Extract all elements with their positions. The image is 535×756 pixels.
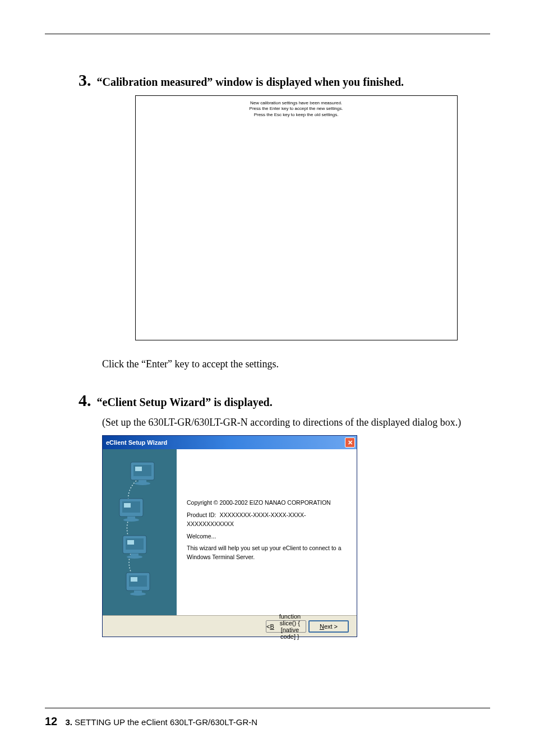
close-icon[interactable]: ✕ xyxy=(345,437,355,448)
calibration-text: New calibration settings have been measu… xyxy=(136,100,457,118)
product-id-label: Product ID: xyxy=(187,511,216,518)
svg-point-19 xyxy=(130,592,146,596)
step-3: 3. “Calibration measured” window is disp… xyxy=(79,71,490,371)
svg-rect-2 xyxy=(135,467,142,471)
svg-rect-17 xyxy=(131,577,137,582)
step-3-title: “Calibration measured” window is display… xyxy=(97,76,404,89)
wizard-content: Copyright © 2000-2002 EIZO NANAO CORPORA… xyxy=(177,449,357,615)
svg-rect-12 xyxy=(127,540,134,545)
step-4-title: “eClient Setup Wizard” is displayed. xyxy=(97,396,273,409)
calib-line-3: Press the Esc key to keep the old settin… xyxy=(136,112,457,118)
step-4-description: (Set up the 630LT-GR/630LT-GR-N accordin… xyxy=(102,416,490,430)
svg-point-9 xyxy=(123,518,139,522)
help-text: This wizard will help you set up your eC… xyxy=(187,544,347,562)
copyright-text: Copyright © 2000-2002 EIZO NANAO CORPORA… xyxy=(187,499,347,508)
step-4-body: (Set up the 630LT-GR/630LT-GR-N accordin… xyxy=(102,416,490,637)
product-id-line: Product ID: XXXXXXXX-XXXX-XXXX-XXXX-XXXX… xyxy=(187,511,347,529)
step-3-header: 3. “Calibration measured” window is disp… xyxy=(79,71,490,90)
step-4-number: 4. xyxy=(79,391,91,410)
wizard-dialog: eClient Setup Wizard ✕ xyxy=(102,435,357,637)
page-footer: 12 3. SETTING UP the eClient 630LT-GR/63… xyxy=(45,708,490,728)
back-button[interactable]: < Bfunction slice() { [native code] } xyxy=(266,620,306,633)
wizard-sidebar xyxy=(103,449,177,615)
svg-point-4 xyxy=(135,482,150,485)
top-rule xyxy=(45,34,490,34)
footer-text: 12 3. SETTING UP the eClient 630LT-GR/63… xyxy=(45,715,490,728)
wizard-title: eClient Setup Wizard xyxy=(106,439,167,447)
section-title: SETTING UP the eClient 630LT-GR/630LT-GR… xyxy=(75,717,257,727)
calib-line-1: New calibration settings have been measu… xyxy=(136,100,457,106)
step-3-number: 3. xyxy=(79,71,91,90)
monitor-network-icon xyxy=(103,454,177,611)
svg-point-14 xyxy=(127,555,142,559)
calib-line-2: Press the Enter key to accept the new se… xyxy=(136,106,457,112)
step-3-body: New calibration settings have been measu… xyxy=(102,95,490,371)
step-3-instruction: Click the “Enter” key to accept the sett… xyxy=(102,357,490,371)
footer-rule xyxy=(45,708,490,708)
next-button[interactable]: Next > xyxy=(308,620,349,633)
page-number: 12 xyxy=(45,715,57,727)
svg-rect-7 xyxy=(124,503,131,508)
welcome-text: Welcome... xyxy=(187,532,347,541)
step-4: 4. “eClient Setup Wizard” is displayed. … xyxy=(79,391,490,637)
step-4-header: 4. “eClient Setup Wizard” is displayed. xyxy=(79,391,490,410)
wizard-body: Copyright © 2000-2002 EIZO NANAO CORPORA… xyxy=(103,449,357,615)
wizard-titlebar: eClient Setup Wizard ✕ xyxy=(103,436,357,449)
wizard-footer: < Bfunction slice() { [native code] } Ne… xyxy=(103,615,357,637)
section-number: 3. xyxy=(65,717,72,727)
calibration-window: New calibration settings have been measu… xyxy=(135,95,458,340)
